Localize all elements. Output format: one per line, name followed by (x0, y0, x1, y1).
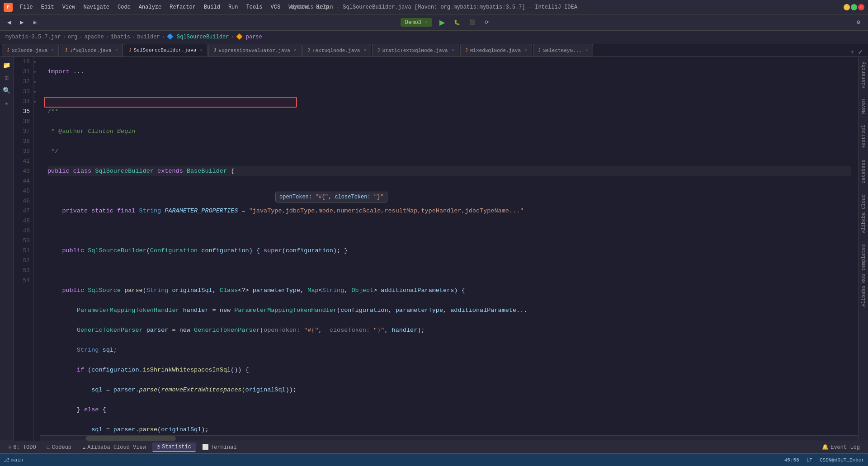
forward-button[interactable]: ▶ (16, 18, 27, 27)
menu-refactor[interactable]: Refactor (166, 3, 199, 11)
window-controls: − □ × (844, 4, 864, 10)
event-log-label: Event Log (830, 444, 860, 451)
menu-file[interactable]: File (16, 3, 37, 11)
menu-vcs[interactable]: VCS (267, 3, 284, 11)
hierarchy-panel[interactable]: Hierarchy (860, 59, 867, 91)
menu-view[interactable]: View (59, 3, 79, 11)
alibaba-ros-panel[interactable]: Alibaba ROS templates (860, 241, 867, 310)
favorites-icon[interactable]: ★ (2, 99, 11, 108)
back-button[interactable]: ◀ (4, 18, 14, 27)
menu-navigate[interactable]: Navigate (80, 3, 113, 11)
code-line-39: public SqlSourceBuilder(Configuration co… (47, 246, 851, 256)
breadcrumb-class[interactable]: 🔷 SqlSourceBuilder (167, 33, 229, 40)
menu-run[interactable]: Run (225, 3, 242, 11)
menu-code[interactable]: Code (114, 3, 134, 11)
tab-expressionevaluator[interactable]: J ExpressionEvaluator.java × (208, 44, 301, 56)
breadcrumb-sep-5: › (231, 34, 234, 40)
line-num-35: 35 (14, 107, 30, 117)
code-line-44: ParameterMappingTokenHandler handler = n… (47, 306, 851, 315)
line-num-32: 32 (14, 77, 30, 87)
rest-tool-panel[interactable]: RestTool (860, 122, 867, 151)
alibaba-cloud-view-label: Alibaba Cloud View (87, 444, 146, 451)
code-line-37: private static final String PARAMETER_PR… (47, 206, 851, 216)
close-button[interactable]: × (858, 4, 864, 10)
line-num-46: 46 (14, 196, 30, 206)
horizontal-scrollbar[interactable] (40, 435, 858, 441)
tab-sqlnode[interactable]: J SqlNode.java × (2, 44, 59, 56)
code-line-18: import ... (47, 67, 851, 77)
tab-close-statictextsqlnode[interactable]: × (452, 48, 454, 53)
breadcrumb-org[interactable]: org (68, 34, 78, 40)
code-line-34: */ (47, 146, 851, 156)
breadcrumb-builder[interactable]: builder (137, 34, 160, 40)
maximize-button[interactable]: □ (851, 4, 857, 10)
tab-close-mixedsqlnode[interactable]: × (524, 48, 527, 53)
charset-label: CSDN@d0UT_Ember (820, 457, 864, 463)
settings-button[interactable]: ⚙ (853, 18, 864, 27)
menu-analyze[interactable]: Analyze (135, 3, 165, 11)
structure-icon[interactable]: ⊞ (2, 73, 11, 82)
breadcrumb-sep-0: › (62, 34, 66, 40)
breadcrumb-apache[interactable]: apache (84, 34, 104, 40)
tab-selectkeyg[interactable]: J SelectKeyG... × (533, 44, 593, 56)
minimize-button[interactable]: − (844, 4, 850, 10)
tab-close-textsqlnode[interactable]: × (363, 48, 366, 53)
maven-panel[interactable]: Maven (860, 96, 867, 117)
tab-statictextsqlnode[interactable]: J StaticTextSqlNode.java × (372, 44, 459, 56)
tab-textsqlnode[interactable]: J TextSqlNode.java × (302, 44, 372, 56)
tab-close-ifsqlnode[interactable]: × (115, 48, 118, 53)
tab-overflow-button[interactable]: ▾ (850, 47, 859, 56)
project-icon[interactable]: 📁 (2, 61, 11, 70)
code-line-49: } else { (47, 405, 851, 415)
menu-edit[interactable]: Edit (38, 3, 58, 11)
line-num-52: 52 (14, 256, 30, 266)
menu-tools[interactable]: Tools (243, 3, 266, 11)
coverage-button[interactable]: ⬛ (466, 18, 479, 27)
breadcrumb-jar[interactable]: mybatis-3.5.7.jar (5, 34, 61, 40)
code-editor[interactable]: openToken: "#{", closeToken: "}" import … (40, 57, 858, 441)
tab-close-expressionevaluator[interactable]: × (294, 48, 297, 53)
run-config-selector[interactable]: Demo3 ▾ (401, 18, 432, 27)
line-num-53: 53 (14, 266, 30, 276)
tab-sqlsourcebuilder[interactable]: J SqlSourceBuilder.java × (124, 44, 208, 56)
database-panel[interactable]: Database (860, 157, 867, 186)
window-title: mybatis-leran - SqlSourceBuilder.java [M… (291, 4, 577, 10)
bookmark-icon[interactable]: ✓ (858, 47, 863, 56)
parameter-tooltip: openToken: "#{", closeToken: "}" (275, 192, 387, 202)
run-button[interactable]: ▶ (436, 16, 448, 28)
menu-build[interactable]: Build (200, 3, 224, 11)
line-num-38: 38 (14, 137, 30, 146)
fold-indicators: ▸ ▸ ▸ ▸ ▸ (34, 57, 40, 441)
tab-bar: J SqlNode.java × J IfSqlNode.java × J Sq… (0, 43, 868, 57)
breadcrumb-sep-2: › (106, 34, 109, 40)
terminal-panel-button[interactable]: ⬜ Terminal (198, 443, 241, 452)
git-branch: main (11, 457, 23, 463)
profile-button[interactable]: ⟳ (481, 18, 492, 27)
tab-mixedsqlnode[interactable]: J MixedSqlNode.java × (460, 44, 532, 56)
code-line-43: public SqlSource parse(String originalSq… (47, 286, 851, 296)
main-layout: 📁 ⊞ 🔍 ★ 18 31 32 33 34 35 36 37 38 39 42… (0, 57, 868, 441)
codeup-panel-button[interactable]: □ Codeup (42, 443, 76, 452)
breadcrumb-ibatis[interactable]: ibatis (111, 34, 130, 40)
code-line-36 (47, 186, 851, 196)
code-line-45: GenericTokenParser parser = new GenericT… (47, 325, 851, 335)
todo-panel-button[interactable]: ≡ 6: TODO (4, 443, 41, 452)
recent-files-button[interactable]: ⊞ (29, 18, 40, 27)
alibaba-cloud-panel[interactable]: Alibaba Cloud (860, 192, 867, 236)
code-line-31 (47, 87, 851, 97)
line-num-43: 43 (14, 166, 30, 176)
scrollbar-thumb[interactable] (85, 436, 176, 441)
code-line-35: public class SqlSourceBuilder extends Ba… (47, 166, 851, 176)
tab-close-selectkeyg[interactable]: × (585, 48, 588, 53)
alibaba-cloud-view-button[interactable]: ☁ Alibaba Cloud View (78, 443, 151, 452)
tab-ifsqlnode[interactable]: J IfSqlNode.java × (60, 44, 123, 56)
debug-button[interactable]: 🐛 (450, 18, 464, 27)
tab-close-sqlnode[interactable]: × (51, 48, 54, 53)
tab-close-sqlsourcebuilder[interactable]: × (200, 48, 203, 53)
breadcrumb-method[interactable]: 🔶 parse (236, 33, 262, 40)
statistic-label: Statistic (162, 444, 191, 450)
event-log-button[interactable]: 🔔 Event Log (817, 443, 864, 452)
statistic-panel-button[interactable]: ◷ Statistic (152, 442, 196, 452)
breadcrumb-sep-3: › (132, 34, 135, 40)
explorer-icon[interactable]: 🔍 (2, 86, 11, 95)
